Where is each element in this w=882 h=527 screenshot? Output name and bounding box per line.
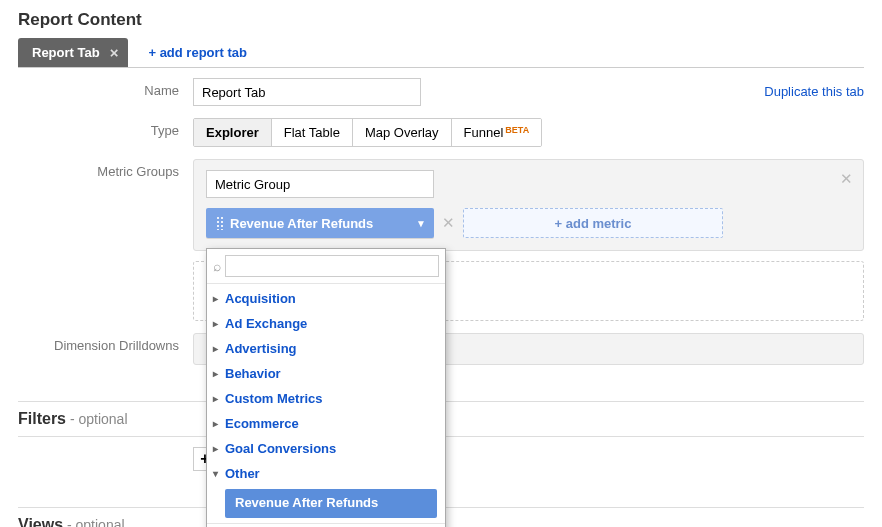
row-metric-groups: Metric Groups ✕ Revenue After Refunds ▼ … [18, 159, 864, 321]
metric-dropdown-panel: ⌕ ▸Acquisition ▸Ad Exchange ▸Advertising… [206, 248, 446, 527]
remove-metric-icon[interactable]: ✕ [442, 214, 455, 232]
caret-right-icon: ▸ [213, 293, 218, 304]
caret-right-icon: ▸ [213, 368, 218, 379]
dropdown-item-revenue-after-refunds[interactable]: Revenue After Refunds [225, 489, 437, 518]
type-flat-table-button[interactable]: Flat Table [272, 119, 353, 146]
label-name: Name [18, 78, 193, 98]
caret-right-icon: ▸ [213, 443, 218, 454]
add-metric-button[interactable]: + add metric [463, 208, 723, 238]
beta-badge: BETA [505, 125, 529, 135]
report-tab-label: Report Tab [32, 45, 100, 60]
caret-right-icon: ▸ [213, 393, 218, 404]
report-name-input[interactable] [193, 78, 421, 106]
duplicate-tab-link[interactable]: Duplicate this tab [764, 84, 864, 99]
dropdown-category-custom-metrics[interactable]: ▸Custom Metrics [207, 386, 445, 411]
drag-handle-icon[interactable] [216, 216, 224, 230]
close-icon[interactable]: × [110, 45, 119, 60]
remove-group-icon[interactable]: ✕ [840, 170, 853, 188]
metric-group-name-input[interactable] [206, 170, 434, 198]
label-dimension-drilldowns: Dimension Drilldowns [18, 333, 193, 353]
label-metric-groups: Metric Groups [18, 159, 193, 179]
section-title-report-content: Report Content [18, 10, 864, 30]
dropdown-search-wrap: ⌕ [207, 249, 445, 284]
type-explorer-button[interactable]: Explorer [194, 119, 272, 146]
caret-right-icon: ▸ [213, 418, 218, 429]
row-name: Name Duplicate this tab [18, 78, 864, 106]
metric-chip-revenue-after-refunds[interactable]: Revenue After Refunds ▼ [206, 208, 434, 238]
type-funnel-label: Funnel [464, 125, 504, 140]
report-tab-active[interactable]: Report Tab × [18, 38, 128, 67]
type-funnel-button[interactable]: Funnel BETA [452, 119, 542, 146]
dropdown-list[interactable]: ▸Acquisition ▸Ad Exchange ▸Advertising ▸… [207, 284, 445, 523]
caret-down-icon: ▾ [213, 468, 218, 479]
dropdown-category-ecommerce[interactable]: ▸Ecommerce [207, 411, 445, 436]
row-type: Type Explorer Flat Table Map Overlay Fun… [18, 118, 864, 147]
search-icon: ⌕ [213, 258, 221, 274]
dropdown-category-advertising[interactable]: ▸Advertising [207, 336, 445, 361]
dropdown-category-acquisition[interactable]: ▸Acquisition [207, 286, 445, 311]
add-report-tab-link[interactable]: + add report tab [148, 45, 247, 60]
metric-chip-label: Revenue After Refunds [230, 216, 373, 231]
dropdown-category-behavior[interactable]: ▸Behavior [207, 361, 445, 386]
type-map-overlay-button[interactable]: Map Overlay [353, 119, 452, 146]
report-tab-bar: Report Tab × + add report tab [18, 38, 864, 68]
label-type: Type [18, 118, 193, 138]
dropdown-search-input[interactable] [225, 255, 439, 277]
views-optional: - optional [63, 517, 124, 527]
chevron-down-icon: ▼ [416, 218, 426, 229]
type-toggle-group: Explorer Flat Table Map Overlay Funnel B… [193, 118, 542, 147]
dropdown-category-ad-exchange[interactable]: ▸Ad Exchange [207, 311, 445, 336]
dropdown-footer: Display as alphabetical list [207, 523, 445, 527]
caret-right-icon: ▸ [213, 318, 218, 329]
filters-title: Filters [18, 410, 66, 427]
filters-optional: - optional [66, 411, 127, 427]
metric-row: Revenue After Refunds ▼ ✕ + add metric ⌕… [206, 208, 851, 238]
views-title: Views [18, 516, 63, 527]
metric-group-box: ✕ Revenue After Refunds ▼ ✕ + add metric… [193, 159, 864, 251]
caret-right-icon: ▸ [213, 343, 218, 354]
dropdown-category-other[interactable]: ▾Other [207, 461, 445, 486]
dropdown-category-goal-conversions[interactable]: ▸Goal Conversions [207, 436, 445, 461]
